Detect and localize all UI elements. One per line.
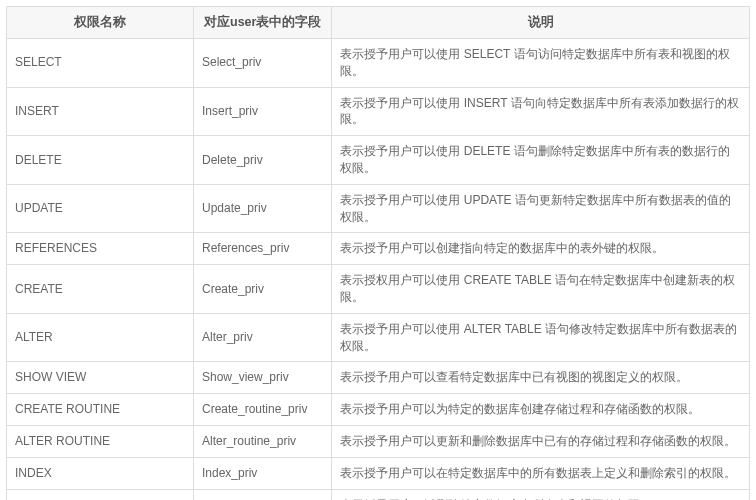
table-row: CREATECreate_priv表示授权用户可以使用 CREATE TABLE… [7,265,750,314]
table-row: INDEXIndex_priv表示授予用户可以在特定数据库中的所有数据表上定义和… [7,457,750,489]
cell-desc: 表示授予用户可以更新和删除数据库中已有的存储过程和存储函数的权限。 [332,425,750,457]
header-field: 对应user表中的字段 [194,7,332,39]
table-row: UPDATEUpdate_priv表示授予用户可以使用 UPDATE 语句更新特… [7,184,750,233]
table-row: CREATE ROUTINECreate_routine_priv表示授予用户可… [7,394,750,426]
cell-field: Delete_priv [194,136,332,185]
cell-name: UPDATE [7,184,194,233]
cell-name: ALTER ROUTINE [7,425,194,457]
table-row: ALTERAlter_priv表示授予用户可以使用 ALTER TABLE 语句… [7,313,750,362]
cell-field: Alter_priv [194,313,332,362]
cell-name: REFERENCES [7,233,194,265]
cell-name: SELECT [7,39,194,88]
table-row: DELETEDelete_priv表示授予用户可以使用 DELETE 语句删除特… [7,136,750,185]
header-desc: 说明 [332,7,750,39]
cell-field: Create_routine_priv [194,394,332,426]
cell-name: DELETE [7,136,194,185]
cell-field: Select_priv [194,39,332,88]
cell-desc: 表示授予用户可以查看特定数据库中已有视图的视图定义的权限。 [332,362,750,394]
cell-name: INSERT [7,87,194,136]
header-row: 权限名称 对应user表中的字段 说明 [7,7,750,39]
cell-desc: 表示授予用户可以使用 ALTER TABLE 语句修改特定数据库中所有数据表的权… [332,313,750,362]
table-row: SELECTSelect_priv表示授予用户可以使用 SELECT 语句访问特… [7,39,750,88]
cell-desc: 表示授予用户可以使用 SELECT 语句访问特定数据库中所有表和视图的权限。 [332,39,750,88]
table-row: INSERTInsert_priv表示授予用户可以使用 INSERT 语句向特定… [7,87,750,136]
cell-desc: 表示授予用户可以使用 DELETE 语句删除特定数据库中所有表的数据行的权限。 [332,136,750,185]
privileges-table: 权限名称 对应user表中的字段 说明 SELECTSelect_priv表示授… [6,6,750,500]
cell-desc: 表示授予用户可以使用 INSERT 语句向特定数据库中所有表添加数据行的权限。 [332,87,750,136]
header-name: 权限名称 [7,7,194,39]
table-row: SHOW VIEWShow_view_priv表示授予用户可以查看特定数据库中已… [7,362,750,394]
cell-field: Insert_priv [194,87,332,136]
cell-field: Create_priv [194,265,332,314]
cell-name: INDEX [7,457,194,489]
cell-desc: 表示授予用户可以删除特定数据库中所有表和视图的权限。 [332,489,750,500]
cell-name: DROP [7,489,194,500]
cell-field: Update_priv [194,184,332,233]
cell-field: Show_view_priv [194,362,332,394]
table-row: ALTER ROUTINEAlter_routine_priv表示授予用户可以更… [7,425,750,457]
cell-field: Drop_priv [194,489,332,500]
cell-name: ALTER [7,313,194,362]
cell-field: Alter_routine_priv [194,425,332,457]
cell-field: References_priv [194,233,332,265]
cell-field: Index_priv [194,457,332,489]
cell-desc: 表示授予用户可以使用 UPDATE 语句更新特定数据库中所有数据表的值的权限。 [332,184,750,233]
cell-name: CREATE [7,265,194,314]
cell-desc: 表示授予用户可以创建指向特定的数据库中的表外键的权限。 [332,233,750,265]
cell-desc: 表示授权用户可以使用 CREATE TABLE 语句在特定数据库中创建新表的权限… [332,265,750,314]
cell-desc: 表示授予用户可以在特定数据库中的所有数据表上定义和删除索引的权限。 [332,457,750,489]
cell-name: CREATE ROUTINE [7,394,194,426]
table-row: DROPDrop_priv表示授予用户可以删除特定数据库中所有表和视图的权限。 [7,489,750,500]
table-row: REFERENCESReferences_priv表示授予用户可以创建指向特定的… [7,233,750,265]
cell-desc: 表示授予用户可以为特定的数据库创建存储过程和存储函数的权限。 [332,394,750,426]
cell-name: SHOW VIEW [7,362,194,394]
